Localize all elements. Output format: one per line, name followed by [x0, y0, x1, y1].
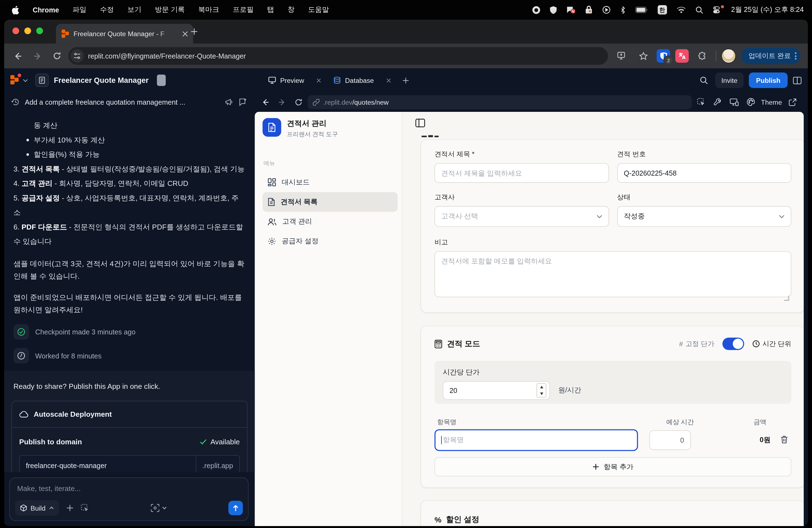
notification-badge-icon[interactable]: N	[566, 6, 575, 14]
install-app-icon[interactable]	[613, 48, 630, 64]
attach-plus-icon[interactable]	[66, 504, 73, 511]
client-select[interactable]: 고객사 선택	[434, 206, 609, 227]
menu-edit[interactable]: 수정	[100, 5, 114, 15]
devtools-wrench-icon[interactable]	[710, 95, 725, 109]
mode-card-title: 견적 모드	[447, 339, 480, 349]
screenshot-icon[interactable]	[151, 504, 160, 512]
chevron-down-icon[interactable]	[162, 507, 167, 510]
browser-forward-button[interactable]	[29, 48, 46, 64]
close-preview-tab-icon[interactable]	[317, 78, 321, 83]
menu-file[interactable]: 파일	[73, 5, 87, 15]
menubar-clock[interactable]: 2월 25일 (수) 오후 8:24	[731, 5, 804, 15]
workspace-title[interactable]: Freelancer Quote Manager	[54, 76, 149, 85]
number-stepper[interactable]	[537, 383, 547, 398]
announce-icon[interactable]	[225, 98, 234, 106]
sidebar-item-clients[interactable]: 고객 관리	[263, 212, 398, 231]
chat-composer[interactable]: Make, test, iterate... Build	[10, 478, 249, 521]
pricing-mode-toggle[interactable]	[723, 338, 744, 350]
preview-forward-button[interactable]	[275, 95, 289, 109]
publish-button[interactable]: Publish	[749, 73, 788, 88]
sidebar-toggle-icon[interactable]	[416, 118, 425, 127]
history-icon[interactable]	[11, 98, 19, 106]
mode-selector-build[interactable]: Build	[15, 500, 59, 516]
close-database-tab-icon[interactable]	[387, 78, 391, 83]
password-manager-extension-icon[interactable]: 2	[657, 49, 670, 63]
sidebar-item-dashboard[interactable]: 대시보드	[263, 172, 398, 192]
menu-bookmarks[interactable]: 북마크	[198, 5, 219, 15]
sidebar-item-supplier-settings[interactable]: 공급자 설정	[263, 231, 398, 251]
preview-reload-button[interactable]	[291, 95, 306, 109]
replit-logo-icon[interactable]	[11, 75, 20, 86]
responsive-devices-icon[interactable]	[727, 95, 742, 109]
quote-title-input[interactable]	[434, 163, 609, 183]
play-circle-icon[interactable]	[602, 6, 610, 14]
browser-back-button[interactable]	[10, 48, 26, 64]
input-source-badge[interactable]: 한	[657, 5, 667, 15]
close-window-button[interactable]	[12, 27, 19, 34]
send-button[interactable]	[228, 501, 243, 515]
browser-tab[interactable]: Freelancer Quote Manager - F	[56, 24, 193, 43]
menubar-app-name[interactable]: Chrome	[33, 6, 59, 14]
item-hours-input[interactable]: 0	[649, 430, 691, 450]
spotlight-search-icon[interactable]	[695, 6, 703, 14]
bookmark-star-icon[interactable]	[635, 48, 652, 64]
site-settings-icon[interactable]	[70, 49, 84, 63]
open-external-icon[interactable]	[785, 95, 800, 109]
translate-extension-icon[interactable]	[676, 49, 689, 63]
chrome-update-button[interactable]: 업데이트 완료	[741, 48, 801, 64]
lock-cert-icon[interactable]	[585, 6, 592, 14]
fixed-price-option[interactable]: #고정 단가	[679, 339, 714, 349]
status-select[interactable]: 작성중	[617, 206, 791, 227]
menu-history[interactable]: 방문 기록	[155, 5, 185, 15]
item-name-input-focused[interactable]: 항목명	[434, 429, 638, 451]
hourly-option[interactable]: 시간 단위	[753, 339, 791, 349]
theme-palette-icon[interactable]	[743, 95, 758, 109]
new-tab-button[interactable]	[191, 28, 198, 35]
element-select-icon[interactable]	[81, 504, 89, 512]
status-shield-icon[interactable]	[550, 6, 556, 14]
quote-number-input[interactable]	[617, 163, 791, 183]
menu-help[interactable]: 도움말	[308, 5, 329, 15]
app-icon[interactable]	[35, 73, 49, 87]
tab-preview[interactable]: Preview	[263, 73, 327, 87]
chat-title[interactable]: Add a complete freelance quotation manag…	[25, 98, 220, 106]
add-item-button[interactable]: 항목 추가	[434, 457, 791, 476]
menu-tab[interactable]: 탭	[267, 5, 274, 15]
url-bar[interactable]: replit.com/@flyingmate/Freelancer-Quote-…	[69, 47, 608, 65]
new-chat-icon[interactable]	[238, 98, 247, 106]
worked-row[interactable]: Worked for 8 minutes	[14, 348, 246, 363]
agent-chat-panel: Add a complete freelance quotation manag…	[4, 92, 255, 526]
minimize-window-button[interactable]	[24, 27, 31, 34]
sidebar-item-quotes[interactable]: 견적서 목록	[263, 192, 398, 212]
layout-panel-icon[interactable]	[793, 76, 802, 84]
control-center-icon[interactable]	[713, 6, 721, 14]
chrome-menu-kebab-icon[interactable]	[795, 52, 797, 59]
hourly-rate-input[interactable]: 20	[443, 381, 550, 400]
apple-menu-icon[interactable]	[11, 5, 19, 14]
preview-back-button[interactable]	[258, 95, 273, 109]
menu-window[interactable]: 창	[288, 5, 294, 15]
menu-profiles[interactable]: 프로필	[233, 5, 253, 15]
bluetooth-icon[interactable]	[620, 6, 626, 14]
workspace-search-icon[interactable]	[700, 76, 708, 85]
wifi-icon[interactable]	[677, 6, 685, 13]
menu-view[interactable]: 보기	[127, 5, 141, 15]
tab-close-icon[interactable]	[182, 31, 188, 37]
theme-label[interactable]: Theme	[761, 98, 782, 106]
fullscreen-window-button[interactable]	[36, 27, 43, 34]
inspect-element-icon[interactable]	[694, 95, 708, 109]
domain-field[interactable]: freelancer-quote-manager .replit.app	[19, 455, 240, 472]
screen-record-icon[interactable]	[532, 6, 540, 14]
tab-database[interactable]: Database	[329, 73, 396, 87]
memo-textarea[interactable]	[434, 251, 791, 297]
invite-button[interactable]: Invite	[715, 73, 743, 88]
chevron-down-icon[interactable]	[23, 78, 28, 82]
checkpoint-row[interactable]: Checkpoint made 3 minutes ago	[14, 324, 246, 340]
preview-url-bar[interactable]: .replit.dev/quotes/new	[308, 95, 692, 109]
extensions-puzzle-icon[interactable]	[694, 48, 711, 64]
domain-name-input[interactable]: freelancer-quote-manager	[19, 456, 196, 472]
delete-item-trash-icon[interactable]	[781, 436, 788, 444]
profile-avatar[interactable]	[722, 48, 736, 63]
browser-reload-button[interactable]	[48, 48, 65, 64]
new-pane-tab-button[interactable]	[402, 77, 409, 84]
